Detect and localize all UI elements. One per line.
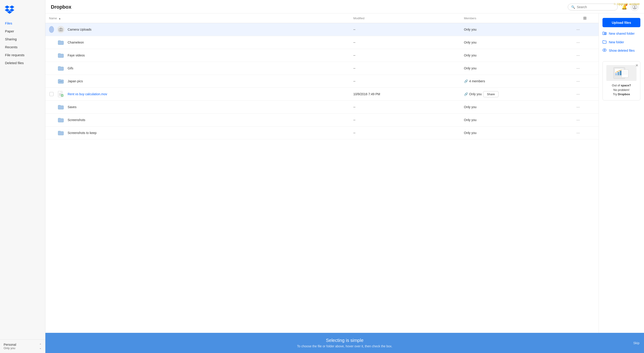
eye-icon xyxy=(602,48,606,53)
file-name-label: Screenshots xyxy=(68,118,85,122)
table-row: Screenshots to keep -- Only you ··· xyxy=(46,126,598,139)
members-cell: Only you xyxy=(460,23,571,36)
more-options-button[interactable]: ··· xyxy=(574,130,582,136)
sort-arrow-icon: ▲ xyxy=(58,17,61,20)
content-area: Name ▲ Modified Members ⊞ xyxy=(46,13,644,333)
sidebar-item-sharing[interactable]: Sharing xyxy=(2,35,43,43)
more-options-button[interactable]: ··· xyxy=(574,27,582,32)
folder-icon xyxy=(57,52,64,59)
sidebar-item-files[interactable]: Files xyxy=(2,19,43,27)
more-options-button[interactable]: ··· xyxy=(574,78,582,84)
new-shared-folder-label: New shared folder xyxy=(609,32,635,35)
table-row: Faye videos -- Only you ··· xyxy=(46,49,598,62)
sidebar-item-deleted-files[interactable]: Deleted files xyxy=(2,59,43,67)
folder-add-icon xyxy=(602,40,606,44)
folder-icon xyxy=(57,103,64,111)
grid-view-icon[interactable]: ⊞ xyxy=(583,16,586,20)
camera-folder-icon xyxy=(57,26,64,33)
folder-icon xyxy=(57,129,64,136)
svg-rect-17 xyxy=(615,73,617,75)
svg-point-6 xyxy=(62,81,62,82)
banner-title: Selecting is simple xyxy=(50,338,639,343)
link-icon: 🔗 xyxy=(464,92,468,96)
col-header-modified[interactable]: Modified xyxy=(350,13,460,23)
file-list: Name ▲ Modified Members ⊞ xyxy=(46,13,598,333)
file-name-label: Chameleon xyxy=(68,40,84,44)
share-button[interactable]: Share xyxy=(483,91,499,97)
sidebar-item-file-requests[interactable]: File requests xyxy=(2,51,43,59)
table-row: Japan pics -- 🔗 4 members ··· xyxy=(46,75,598,88)
file-name-label: Japan pics xyxy=(68,79,83,83)
sidebar-nav: Files Paper Sharing Recents File request… xyxy=(0,19,45,340)
more-options-button[interactable]: ··· xyxy=(574,65,582,71)
svg-rect-18 xyxy=(618,72,619,75)
more-options-button[interactable]: ··· xyxy=(574,117,582,123)
dropbox-logo xyxy=(0,0,45,19)
svg-rect-19 xyxy=(620,71,622,75)
svg-point-14 xyxy=(604,50,605,51)
new-folder-link[interactable]: New folder xyxy=(602,40,640,44)
col-header-actions: ⊞ xyxy=(571,13,598,23)
banner-subtitle: To choose the file or folder above, hove… xyxy=(50,345,639,348)
file-name-label: Gifs xyxy=(68,66,73,70)
skip-button[interactable]: Skip xyxy=(633,341,640,345)
file-link[interactable]: Rent vs buy calculation.mov xyxy=(68,92,107,96)
right-panel: Upload files New shared folder New folde… xyxy=(598,13,644,333)
svg-rect-11 xyxy=(61,94,63,97)
sidebar-item-paper[interactable]: Paper xyxy=(2,27,43,35)
folder-icon xyxy=(57,65,64,72)
shared-folder-icon xyxy=(602,31,606,36)
file-table: Name ▲ Modified Members ⊞ xyxy=(46,13,598,139)
hover-select-indicator[interactable] xyxy=(49,26,54,33)
row-checkbox[interactable] xyxy=(50,92,54,96)
link-icon: 🔗 xyxy=(464,79,468,83)
more-options-button[interactable]: ··· xyxy=(574,53,582,58)
upgrade-account-link[interactable]: ☆ Upgrade account xyxy=(613,2,640,6)
folder-icon xyxy=(57,116,64,124)
sidebar-footer[interactable]: Personal Only you ⌃⌄ xyxy=(0,340,45,353)
search-bar[interactable]: 🔍 xyxy=(568,4,618,10)
sidebar: Files Paper Sharing Recents File request… xyxy=(0,0,46,353)
file-name-label: Faye videos xyxy=(68,53,85,57)
page-title: Dropbox xyxy=(51,4,71,10)
search-input[interactable] xyxy=(577,5,614,9)
topbar: Dropbox 🔍 🔔 xyxy=(46,0,644,13)
table-row: Saves -- Only you ··· xyxy=(46,101,598,114)
new-shared-folder-link[interactable]: New shared folder xyxy=(602,31,640,36)
table-row: Screenshots -- Only you ··· xyxy=(46,114,598,126)
file-icon xyxy=(57,90,64,98)
table-row: Gifs -- Only you ··· xyxy=(46,62,598,75)
bottom-banner: Selecting is simple To choose the file o… xyxy=(46,333,644,353)
upgrade-label: Upgrade account xyxy=(617,2,640,6)
sidebar-item-recents[interactable]: Recents xyxy=(2,43,43,51)
shared-folder-icon xyxy=(57,77,64,85)
new-folder-label: New folder xyxy=(609,40,624,44)
ad-close-button[interactable]: ✕ xyxy=(636,63,638,67)
svg-point-5 xyxy=(60,81,61,82)
show-deleted-files-label: Show deleted files xyxy=(609,49,635,52)
file-name-label: Screenshots to keep xyxy=(68,131,97,135)
file-name-label: Saves xyxy=(68,105,76,109)
svg-point-1 xyxy=(634,6,636,7)
more-options-button[interactable]: ··· xyxy=(574,104,582,110)
col-header-members[interactable]: Members xyxy=(460,13,571,23)
more-options-button[interactable]: ··· xyxy=(574,91,582,97)
table-row: Camera Uploads -- Only you ··· xyxy=(46,23,598,36)
search-icon: 🔍 xyxy=(571,5,575,9)
personal-subtitle: Only you xyxy=(4,347,16,350)
svg-rect-20 xyxy=(622,70,628,77)
svg-point-3 xyxy=(60,29,62,31)
folder-icon xyxy=(57,39,64,46)
star-icon: ☆ xyxy=(613,2,616,6)
ad-image xyxy=(606,65,636,81)
table-row: Chameleon -- Only you ··· xyxy=(46,36,598,49)
chevron-icon: ⌃⌄ xyxy=(39,343,42,350)
more-options-button[interactable]: ··· xyxy=(574,40,582,45)
table-row: Rent vs buy calculation.mov 10/9/2016 7:… xyxy=(46,88,598,101)
modified-cell: -- xyxy=(350,23,460,36)
personal-title: Personal xyxy=(4,343,16,347)
upload-files-button[interactable]: Upload files xyxy=(602,18,640,27)
show-deleted-files-link[interactable]: Show deleted files xyxy=(602,48,640,53)
col-header-name[interactable]: Name ▲ xyxy=(46,13,350,23)
svg-point-4 xyxy=(59,81,60,82)
